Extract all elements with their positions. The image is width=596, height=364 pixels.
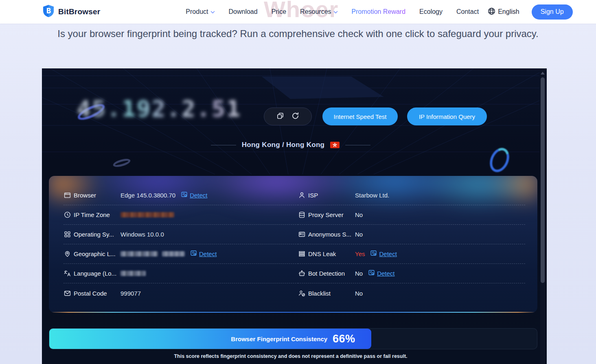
nav-item-ecology[interactable]: Ecology — [419, 8, 443, 15]
sign-up-button[interactable]: Sign Up — [532, 4, 573, 20]
detect-icon — [368, 270, 375, 277]
score-note: This score reflects fingerprint consiste… — [42, 353, 539, 359]
info-value: No — [355, 231, 363, 238]
info-row-operating-system: Operating Sy... Windows 10.0.0 — [64, 225, 298, 244]
location-icon — [64, 250, 71, 258]
info-label: Geographic L... — [74, 250, 121, 257]
chevron-down-icon — [210, 8, 215, 15]
info-label: Blacklist — [308, 290, 355, 297]
info-value: Windows 10.0.0 — [121, 231, 164, 238]
info-value: No — [355, 290, 363, 297]
bitbrowser-shield-icon — [42, 4, 55, 19]
refresh-ip-button[interactable] — [291, 112, 299, 121]
scrollbar-thumb[interactable] — [541, 77, 545, 283]
detect-dns-leak-link[interactable]: Detect — [370, 250, 397, 258]
ip-information-query-button[interactable]: IP Information Query — [407, 107, 487, 125]
mail-icon — [64, 289, 71, 297]
info-value: 999077 — [121, 290, 141, 297]
page-title: Is your browser fingerprint being tracke… — [52, 26, 544, 41]
idcard-icon — [298, 231, 305, 238]
divider — [345, 145, 370, 145]
redacted-value — [162, 251, 185, 257]
info-value: No — [355, 211, 363, 218]
info-label: Anonymous S... — [308, 231, 355, 238]
language-selector[interactable]: English — [488, 7, 519, 17]
info-label: Language (Lo... — [74, 270, 121, 277]
ip-info-card: Browser Edge 145.0.3800.70 Detect — [49, 176, 537, 313]
internet-speed-test-button[interactable]: Internet Speed Test — [322, 107, 398, 125]
info-value-danger: Yes — [355, 250, 365, 257]
info-label: ISP — [308, 192, 355, 199]
info-label: Operating Sy... — [74, 231, 121, 238]
divider — [211, 145, 236, 145]
info-row-ip-time-zone: IP Time Zone — [64, 205, 298, 225]
info-row-postal-code: Postal Code 999077 — [64, 283, 298, 303]
location-row: Hong Kong / Hong Kong — [42, 141, 539, 149]
info-row-language: Language (Lo... — [64, 264, 298, 283]
score-value: 66% — [333, 333, 355, 345]
brand-logo[interactable]: BitBrowser — [42, 4, 100, 19]
nav-item-price[interactable]: Price — [272, 8, 286, 15]
info-row-dns-leak: DNS Leak Yes Detect — [298, 244, 525, 264]
info-row-anonymous-system: Anonymous S... No — [298, 225, 525, 244]
info-label: DNS Leak — [308, 250, 355, 257]
detect-bot-link[interactable]: Detect — [368, 270, 394, 277]
language-icon — [64, 270, 71, 277]
copy-icon — [276, 112, 284, 121]
main-menu: Product Download Price Resources Promoti… — [186, 8, 479, 15]
panel-scrollbar — [540, 68, 545, 364]
info-value: Edge 145.0.3800.70 — [121, 192, 175, 199]
fingerprint-panel: 45.192.2.51 Internet Spe — [42, 68, 547, 364]
info-row-blacklist: Blacklist No — [298, 283, 525, 303]
redacted-value — [121, 212, 174, 217]
detect-browser-link[interactable]: Detect — [181, 191, 207, 199]
detect-location-link[interactable]: Detect — [191, 250, 217, 258]
ip-tools-group — [264, 107, 312, 125]
info-row-isp: ISP Starbow Ltd. — [298, 186, 525, 205]
hong-kong-flag-icon — [330, 142, 340, 148]
scrollbar-up-arrow[interactable] — [541, 72, 545, 75]
nav-item-promotion-reward[interactable]: Promotion Reward — [352, 8, 406, 15]
chevron-down-icon — [333, 8, 338, 15]
detect-icon — [181, 191, 188, 199]
server-icon — [298, 211, 305, 219]
info-label: Postal Code — [74, 290, 121, 297]
info-label: IP Time Zone — [74, 211, 121, 218]
globe-icon — [488, 7, 495, 17]
refresh-icon — [291, 112, 299, 121]
dns-icon — [298, 250, 305, 258]
language-label: English — [498, 8, 519, 15]
decorative-ring — [112, 157, 131, 169]
copy-ip-button[interactable] — [276, 112, 284, 121]
nav-item-product[interactable]: Product — [186, 8, 215, 15]
decorative-ring — [486, 145, 513, 175]
info-label: Proxy Server — [308, 211, 355, 218]
info-row-proxy-server: Proxy Server No — [298, 205, 525, 225]
redacted-value — [121, 271, 146, 276]
info-row-browser: Browser Edge 145.0.3800.70 Detect — [64, 186, 298, 205]
info-column-left: Browser Edge 145.0.3800.70 Detect — [64, 186, 298, 303]
person-icon — [298, 192, 305, 199]
nav-item-download[interactable]: Download — [229, 8, 258, 15]
top-nav: Whoer BitBrowser Product Download Price — [0, 0, 596, 24]
fingerprint-score-bar: Browser Fingerprint Consistency 66% — [49, 328, 537, 349]
page: Whoer BitBrowser Product Download Price — [0, 0, 596, 364]
score-label: Browser Fingerprint Consistency — [231, 335, 327, 342]
redacted-value — [121, 251, 158, 257]
detect-icon — [191, 250, 197, 258]
detect-icon — [370, 250, 377, 258]
blacklist-icon — [298, 289, 305, 297]
score-text: Browser Fingerprint Consistency 66% — [49, 329, 537, 349]
info-value: No — [355, 270, 363, 277]
info-row-geographic-location: Geographic L... Detect — [64, 244, 298, 264]
info-value: Starbow Ltd. — [355, 192, 389, 199]
nav-item-contact[interactable]: Contact — [456, 8, 479, 15]
robot-icon — [298, 270, 305, 277]
info-label: Bot Detection — [308, 270, 355, 277]
location-text: Hong Kong / Hong Kong — [242, 141, 325, 149]
nav-item-resources[interactable]: Resources — [300, 8, 337, 15]
clock-icon — [64, 211, 71, 219]
info-label: Browser — [74, 192, 121, 199]
ip-address-obscured: 45.192.2.51 — [77, 95, 241, 122]
hero-section: Is your browser fingerprint being tracke… — [0, 26, 596, 41]
